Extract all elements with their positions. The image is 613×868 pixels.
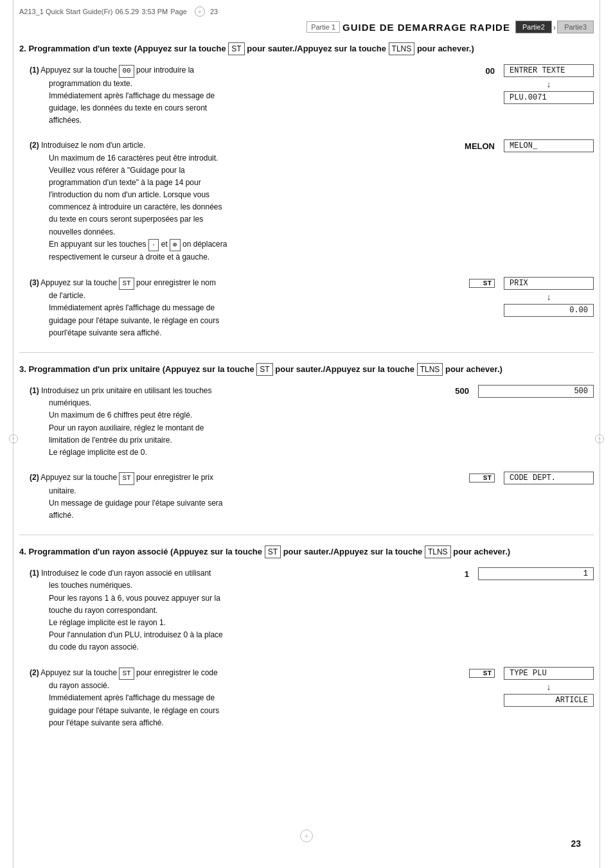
- step-2-1-plu-row: PLU.0071: [469, 91, 594, 104]
- main-content: 2. Programmation d'un texte (Appuyez sur…: [0, 36, 613, 755]
- step-2-3-val-row: ST PRIX: [469, 277, 594, 290]
- step-3-2-num: (2): [30, 473, 39, 482]
- display-prix: PRIX: [504, 277, 594, 290]
- step-2-1-left: (1) Appuyez sur la touche 00 pour introd…: [19, 64, 328, 127]
- key-st-s32: ST: [119, 472, 134, 485]
- step-2-2-value: MELON: [465, 141, 495, 151]
- step-4-2: (2) Appuyez sur la touche ST pour enregi…: [19, 667, 594, 729]
- step-4-1: (1) Introduisez le code d'un rayon assoc…: [19, 567, 594, 653]
- display-article: ARTICLE: [504, 694, 594, 707]
- section2-suffix: (Appuyez sur la touche: [134, 44, 229, 53]
- step-3-1-left: (1) Introduisez un prix unitaire en util…: [19, 385, 328, 459]
- step-3-1-val-row: 500 500: [443, 385, 594, 398]
- display-entrer-texte: ENTRER TEXTE: [504, 64, 594, 77]
- step-2-2-left: (2) Introduisez le nom d'un article. Un …: [19, 139, 328, 263]
- key-st-s2: ST: [228, 42, 244, 55]
- display-type-plu: TYPE PLU: [504, 667, 594, 680]
- left-crosshair-icon: +: [9, 434, 18, 443]
- step-2-2: (2) Introduisez le nom d'un article. Un …: [19, 139, 594, 263]
- tab-arrow: ›: [553, 22, 556, 32]
- step-4-1-right: 1 1: [328, 567, 594, 580]
- section2-title: 2. Programmation d'un texte: [19, 44, 132, 53]
- display-plu0071: PLU.0071: [504, 91, 594, 104]
- section2-middle: pour sauter./Appuyez sur la touche: [247, 44, 388, 53]
- tab-partie2[interactable]: Partie2: [515, 21, 552, 33]
- meta-page-num: 23: [210, 8, 218, 15]
- step-2-1-arrow-row: ↓: [469, 80, 594, 89]
- right-crosshair-icon: +: [595, 434, 604, 443]
- divider-3-4: [19, 535, 594, 535]
- main-title: GUIDE DE DEMARRAGE RAPIDE: [342, 22, 510, 33]
- step-3-1: (1) Introduisez un prix unitaire en util…: [19, 385, 594, 459]
- top-meta: A213_1 Quick Start Guide(Fr) 06.5.29 3:5…: [0, 0, 613, 21]
- step-2-2-text: (2) Introduisez le nom d'un article. Un …: [19, 139, 315, 263]
- section3-middle: pour sauter./Appuyez sur la touche: [275, 364, 416, 374]
- divider-2-3: [19, 352, 594, 353]
- step-3-1-right: 500 500: [328, 385, 594, 398]
- section3-end: pour achever.): [445, 364, 502, 374]
- step-3-1-value: 500: [443, 386, 469, 396]
- section4-header: 4. Programmation d'un rayon associé (App…: [19, 545, 594, 558]
- display-melon: MELON_: [504, 139, 594, 152]
- step-3-2-val-row: ST CODE DEPT.: [469, 472, 594, 484]
- step-3-1-num: (1): [30, 386, 39, 395]
- filename: A213_1 Quick Start Guide(Fr): [19, 8, 113, 15]
- section4-title: 4. Programmation d'un rayon associé: [19, 547, 168, 556]
- meta-time: 3:53 PM: [141, 8, 168, 15]
- section4-middle: pour sauter./Appuyez sur la touche: [283, 547, 425, 556]
- step-4-2-key: ST: [469, 669, 495, 678]
- step-4-2-body: du rayon associé. Immédiatement après l'…: [30, 680, 315, 729]
- top-crosshair-icon: +: [195, 6, 205, 17]
- step-4-2-right: ST TYPE PLU ↓ ARTICLE: [328, 667, 594, 707]
- nav-tabs: Partie2 › Partie3: [515, 21, 594, 33]
- step-4-1-text: (1) Introduisez le code d'un rayon assoc…: [19, 567, 315, 653]
- key-cross: ⊗: [170, 239, 181, 252]
- section2-end: pour achever.): [417, 44, 474, 53]
- display-1: 1: [478, 567, 594, 580]
- display-500: 500: [478, 385, 594, 398]
- step-4-2-article-row: ARTICLE: [469, 694, 594, 707]
- section4-suffix: (Appuyez sur la touche: [170, 547, 265, 556]
- step-2-1-value: 00: [469, 66, 495, 76]
- meta-page-label: Page: [170, 8, 187, 15]
- key-tlns-s4: TLNS: [425, 545, 451, 558]
- step-2-1-val-row: 00 ENTRER TEXTE: [469, 64, 594, 77]
- key-tlns-s2: TLNS: [389, 42, 415, 55]
- step-2-1-body: programmation du texte. Immédiatement ap…: [30, 78, 315, 127]
- arrow-down-1: ↓: [504, 80, 594, 89]
- key-tlns-s3: TLNS: [417, 363, 443, 376]
- step-3-2-right: ST CODE DEPT.: [328, 472, 594, 484]
- section3-header: 3. Programmation d'un prix unitaire (App…: [19, 363, 594, 376]
- header-nav-row: Partie 1 GUIDE DE DEMARRAGE RAPIDE Parti…: [0, 21, 613, 33]
- step-2-3-right: ST PRIX ↓ 0.00: [328, 277, 594, 317]
- display-code-dept: CODE DEPT.: [504, 472, 594, 484]
- part1-label: Partie 1: [306, 21, 340, 33]
- section2-header: 2. Programmation d'un texte (Appuyez sur…: [19, 42, 594, 55]
- step-2-2-body: Un maximum de 16 caractères peut être in…: [30, 152, 315, 264]
- page-number: 23: [571, 838, 581, 849]
- page-container: A213_1 Quick Start Guide(Fr) 06.5.29 3:5…: [0, 0, 613, 868]
- tab-partie3[interactable]: Partie3: [557, 21, 594, 33]
- step-3-1-text: (1) Introduisez un prix unitaire en util…: [19, 385, 315, 459]
- step-3-2-text: (2) Appuyez sur la touche ST pour enregi…: [19, 472, 315, 522]
- key-00: 00: [119, 65, 134, 78]
- step-2-2-val-row: MELON MELON_: [465, 139, 594, 152]
- step-4-1-val-row: 1 1: [443, 567, 594, 580]
- step-2-3-body: de l'article. Immédiatement après l'affi…: [30, 290, 315, 339]
- step-4-1-left: (1) Introduisez le code d'un rayon assoc…: [19, 567, 328, 653]
- section3-title: 3. Programmation d'un prix unitaire: [19, 364, 160, 374]
- section3-suffix: (Appuyez sur la touche: [163, 364, 257, 374]
- key-dot: ·: [148, 239, 159, 252]
- meta-date: 06.5.29: [116, 8, 139, 15]
- step-4-2-arrow-row: ↓: [469, 682, 594, 691]
- key-st-s23: ST: [119, 278, 134, 290]
- step-4-2-num: (2): [30, 668, 39, 677]
- step-2-3-text: (3) Appuyez sur la touche ST pour enregi…: [19, 277, 315, 339]
- step-3-2-key: ST: [469, 474, 495, 483]
- step-3-2: (2) Appuyez sur la touche ST pour enregi…: [19, 472, 594, 522]
- step-4-2-left: (2) Appuyez sur la touche ST pour enregi…: [19, 667, 328, 729]
- step-2-3-arrow-row: ↓: [469, 292, 594, 301]
- step-2-3: (3) Appuyez sur la touche ST pour enregi…: [19, 277, 594, 339]
- arrow-down-3: ↓: [504, 682, 594, 691]
- step-4-2-text: (2) Appuyez sur la touche ST pour enregi…: [19, 667, 315, 729]
